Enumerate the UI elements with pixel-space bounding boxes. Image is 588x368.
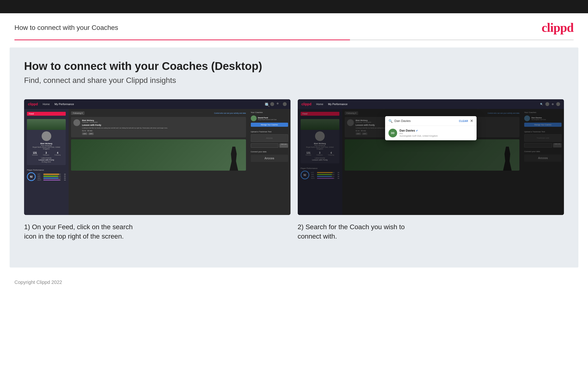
result-avatar: DD: [388, 129, 397, 137]
screenshot2-wrapper: clippd Home My Performance 🔍 ⚙: [298, 99, 564, 241]
clippd-logo: clippd: [542, 20, 574, 35]
bar-putt: PUTT 96: [37, 179, 66, 181]
section-title: How to connect with your Coaches (Deskto…: [24, 60, 564, 73]
screenshots-row: clippd Home My Performance 🔍 ⚙: [24, 99, 564, 241]
mock-ui-1: clippd Home My Performance 🔍 ⚙: [24, 99, 290, 215]
lesson-text-1: Looking to feel like my hands are exitin…: [82, 127, 244, 129]
profile-name-1: Blair McHarg: [29, 142, 63, 145]
connect-title-1: Connect your data: [251, 151, 288, 153]
header-divider: [14, 39, 574, 40]
coach-avatar-1: [251, 115, 257, 121]
profile-avatar-1: [42, 131, 51, 141]
photo-area-1: [71, 139, 246, 171]
lesson-duration-1: 01 hr : 30 min: [82, 130, 244, 132]
add-link-btn-1[interactable]: Add Link: [280, 143, 288, 148]
top-bar: [0, 0, 588, 13]
trackman-title-1: Upload a Trackman Test: [251, 131, 288, 133]
coach-club-1: Royal North Devon Golf Club: [258, 119, 288, 120]
search-bar: 🔍 Dan Davies CLEAR ✕: [385, 116, 477, 126]
trackman-link-box-1: Arccos: [251, 134, 288, 142]
stat-activities-1: 131 Activities: [32, 152, 38, 156]
mock-nav-perf-1: My Performance: [55, 103, 74, 106]
mock-nav-2: clippd Home My Performance 🔍 ⚙: [298, 99, 564, 109]
step1-desc: 1) On your Feed, click on the search ico…: [24, 222, 290, 241]
feed-tab-1[interactable]: Feed: [27, 112, 66, 116]
lesson-info-1: Blair McHarg Yesterday · Sunningdale Les…: [82, 119, 244, 135]
copyright: Copyright Clippd 2022: [14, 280, 62, 285]
result-name: Dan Davies ✔: [400, 129, 473, 132]
search-icon-nav[interactable]: 🔍: [265, 103, 268, 106]
result-info: Dan Davies ✔ Pro Sunningdale Golf Club, …: [400, 129, 473, 137]
user-icon-nav[interactable]: [283, 102, 287, 106]
coach-name-1: David Ford: [258, 117, 288, 119]
stat-followers-1: 3 Followers: [43, 152, 49, 156]
search-icon: 🔍: [388, 119, 393, 123]
mock-nav-home-2: Home: [316, 103, 323, 106]
latest-activity-1: Latest Activity Lesson with Fordy 03 Aug…: [29, 157, 63, 163]
screenshot2-container: clippd Home My Performance 🔍 ⚙: [298, 99, 564, 215]
lesson-btns-1: OFF APP: [82, 133, 244, 135]
mock-center-panel-1: Following ▾ Control who can see your act…: [69, 109, 248, 215]
app-btn-1[interactable]: APP: [88, 133, 94, 135]
profile-icon-nav-2[interactable]: [545, 102, 549, 106]
verified-badge: ✔: [416, 129, 418, 132]
mock-body-2: Feed Blair McHarg Plus Handicap Royal No…: [298, 109, 564, 215]
score-circle-1: 92: [27, 172, 36, 181]
off-btn-1[interactable]: OFF: [82, 133, 87, 135]
search-icon-nav-2[interactable]: 🔍: [540, 103, 543, 106]
bars-section-1: OTT 90 APP 85: [37, 174, 66, 181]
mock-body-1: Feed Blair McHarg Plus Handicap Royal No…: [24, 109, 290, 215]
mock-nav-perf-2: My Performance: [328, 103, 348, 106]
golfer-silhouette-1: [227, 147, 241, 171]
mock-right-panel-1: Your Coaches David Ford Royal North Devo…: [248, 109, 290, 215]
lesson-card-1: Blair McHarg Yesterday · Sunningdale Les…: [71, 117, 246, 137]
lesson-avatar-1: [73, 119, 80, 126]
trackman-section-1: Upload a Trackman Test Arccos Add Link: [251, 131, 288, 148]
close-icon[interactable]: ✕: [470, 119, 473, 123]
section-subtitle: Find, connect and share your Clippd insi…: [24, 76, 564, 85]
settings-icon-nav-2[interactable]: ⚙: [552, 103, 554, 106]
screenshot1-container: clippd Home My Performance 🔍 ⚙: [24, 99, 290, 215]
main-content: How to connect with your Coaches (Deskto…: [10, 47, 578, 267]
coaches-title-1: Your Coaches: [251, 111, 288, 113]
manage-coaches-btn-1[interactable]: Manage Your Coaches: [251, 123, 288, 127]
user-icon-nav-2[interactable]: [556, 102, 560, 106]
step2-desc: 2) Search for the Coach you wish to conn…: [298, 222, 564, 241]
settings-icon-nav[interactable]: ⚙: [277, 102, 281, 106]
search-result[interactable]: DD Dan Davies ✔ Pro Sunningdale Golf Clu…: [385, 126, 477, 140]
mock-ui-2: clippd Home My Performance 🔍 ⚙: [298, 99, 564, 215]
coach-item-1: David Ford Royal North Devon Golf Club: [251, 115, 288, 121]
result-role: Pro: [400, 132, 473, 135]
bar-ott: OTT 90: [37, 174, 66, 175]
header: How to connect with your Coaches clippd: [0, 13, 588, 39]
page-title: How to connect with your Coaches: [14, 24, 118, 32]
profile-handicap-1: Plus Handicap: [29, 145, 63, 146]
coach-info-1: David Ford Royal North Devon Golf Club: [258, 117, 288, 120]
mock-logo-2: clippd: [302, 102, 311, 106]
search-input-text[interactable]: Dan Davies: [395, 119, 457, 123]
profile-club-1: Royal North Devon Golf Club, United King…: [29, 146, 63, 150]
mock-nav-icons-1: 🔍 ⚙: [265, 102, 287, 106]
bar-app: APP 85: [37, 175, 66, 177]
mock-logo-1: clippd: [28, 102, 38, 106]
profile-icon-nav[interactable]: [270, 102, 274, 106]
stats-row-1: 131 Activities 3 Followers 4: [29, 152, 63, 156]
control-link-1[interactable]: Control who can see your activity and da…: [214, 112, 246, 114]
lesson-coach-sub: Yesterday · Sunningdale: [82, 121, 244, 123]
arccos-logo-1: Arccos: [251, 155, 288, 162]
footer: Copyright Clippd 2022: [0, 275, 588, 290]
clear-button[interactable]: CLEAR: [459, 120, 468, 122]
result-club: Sunningdale Golf Club, United Kingdom: [400, 135, 473, 137]
lesson-coach-name: Blair McHarg: [82, 119, 244, 121]
bar-arg: ARG 86: [37, 177, 66, 179]
trackman-input-1[interactable]: [251, 143, 279, 148]
search-overlay: 🔍 Dan Davies CLEAR ✕ DD Dan Davies: [385, 116, 477, 140]
screenshot1-wrapper: clippd Home My Performance 🔍 ⚙: [24, 99, 290, 241]
mock-nav-1: clippd Home My Performance 🔍 ⚙: [24, 99, 290, 109]
mock-nav-icons-2: 🔍 ⚙: [540, 102, 560, 106]
mock-nav-home-1: Home: [43, 103, 50, 106]
following-btn-1[interactable]: Following ▾: [71, 111, 85, 115]
following-row-1: Following ▾ Control who can see your act…: [71, 111, 246, 115]
perf-section-1: Player Performance 92 OTT 90: [27, 169, 66, 181]
lesson-title-1: Lesson with Fordy: [82, 124, 244, 126]
